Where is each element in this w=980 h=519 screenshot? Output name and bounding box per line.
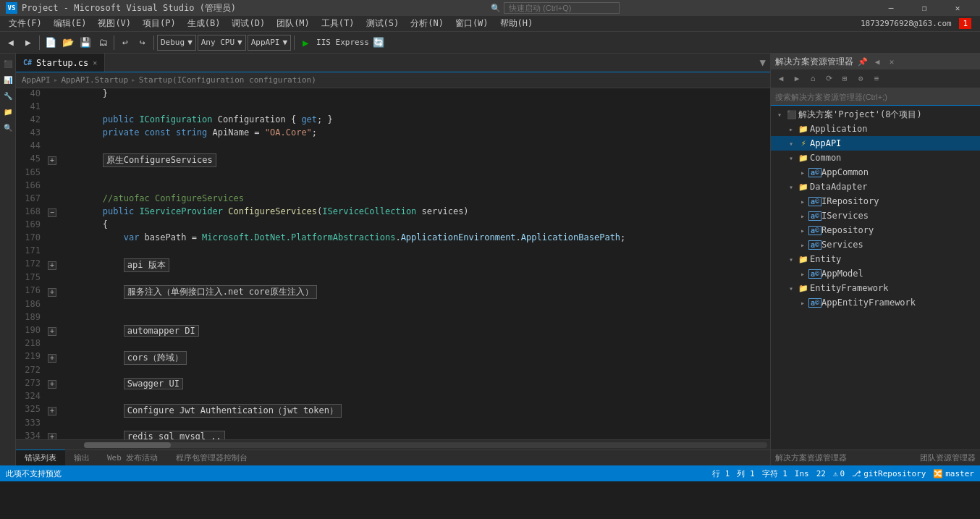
tree-item-entityframework[interactable]: ▾ 📁 EntityFramework: [771, 281, 980, 295]
menu-help[interactable]: 帮助(H): [494, 16, 539, 32]
menu-tools[interactable]: 工具(T): [316, 16, 360, 32]
tree-arrow-application[interactable]: ▸: [785, 125, 797, 133]
tree-arrow-appentityframework[interactable]: ▸: [797, 299, 808, 307]
side-icon-server[interactable]: ⬛: [1, 56, 15, 71]
new-project-button[interactable]: 📄: [43, 35, 59, 51]
expand-icon-168[interactable]: −: [48, 208, 56, 217]
horizontal-scrollbar[interactable]: [16, 439, 770, 450]
side-icon-3[interactable]: 🔧: [1, 88, 15, 103]
run-button[interactable]: ▶: [297, 35, 313, 51]
tree-item-services[interactable]: ▸ a© Services: [771, 237, 980, 252]
tree-item-repository[interactable]: ▸ a© Repository: [771, 223, 980, 237]
se-sync-btn[interactable]: ⟳: [821, 72, 836, 86]
tree-arrow-appcommon[interactable]: ▸: [797, 169, 808, 177]
menu-analyze[interactable]: 分析(N): [405, 16, 449, 32]
region-box-219[interactable]: cors（跨域）: [124, 351, 187, 365]
menu-debug[interactable]: 调试(D): [226, 16, 271, 32]
side-icon-4[interactable]: 📁: [1, 104, 15, 119]
tree-arrow-entity[interactable]: ▾: [785, 256, 797, 263]
tree-item-appmodel[interactable]: ▸ a© AppModel: [771, 266, 980, 281]
region-box-190[interactable]: automapper DI: [124, 325, 199, 337]
se-forward-btn[interactable]: ▶: [790, 72, 804, 86]
tree-item-appapi[interactable]: ▾ ⚡ AppAPI: [771, 136, 980, 151]
tree-item-appcommon[interactable]: ▸ a© AppCommon: [771, 165, 980, 180]
bottom-tab-output[interactable]: 输出: [65, 450, 98, 465]
tree-item-solution[interactable]: ▾ ⬛ 解决方案'Project'(8个项目): [771, 107, 980, 122]
expand-icon-176[interactable]: +: [48, 288, 56, 297]
code-editor[interactable]: 40 } 41 42 public IConfigura: [16, 88, 770, 439]
menu-file[interactable]: 文件(F): [3, 16, 48, 32]
se-tree[interactable]: ▾ ⬛ 解决方案'Project'(8个项目) ▸ 📁 Application …: [771, 106, 980, 450]
tree-item-irepository[interactable]: ▸ a© IRepository: [771, 194, 980, 208]
tree-item-dataadapter[interactable]: ▾ 📁 DataAdapter: [771, 180, 980, 194]
h-scroll-track[interactable]: [84, 442, 767, 448]
debug-mode-dropdown[interactable]: Debug ▼: [157, 35, 196, 51]
tree-arrow-dataadapter[interactable]: ▾: [785, 183, 797, 191]
tree-arrow-iservices[interactable]: ▸: [797, 212, 808, 220]
tree-arrow-appapi[interactable]: ▾: [785, 140, 797, 148]
expand-icon-219[interactable]: +: [48, 354, 56, 363]
save-button[interactable]: 💾: [77, 35, 93, 51]
se-close-button[interactable]: ✕: [885, 55, 898, 68]
expand-icon-334[interactable]: +: [48, 433, 56, 439]
expand-icon-190[interactable]: +: [48, 327, 56, 336]
git-branch-indicator[interactable]: 🔀 master: [933, 469, 974, 478]
menu-build[interactable]: 生成(B): [182, 16, 227, 32]
tree-item-appentityframework[interactable]: ▸ a© AppEntityFramework: [771, 295, 980, 310]
tree-arrow-repository[interactable]: ▸: [797, 227, 808, 235]
git-repo-indicator[interactable]: ⎇ gitRepository: [852, 469, 926, 478]
region-box-325[interactable]: Configure Jwt Authentication（jwt token）: [124, 404, 342, 418]
tab-dropdown-button[interactable]: ▼: [756, 54, 770, 72]
menu-edit[interactable]: 编辑(E): [48, 16, 93, 32]
redo-button[interactable]: ↪: [135, 35, 151, 51]
tab-close-icon[interactable]: ✕: [93, 59, 97, 67]
expand-icon-172[interactable]: +: [48, 261, 56, 270]
team-explorer-tab[interactable]: 团队资源管理器: [920, 452, 976, 463]
save-all-button[interactable]: 🗂: [95, 35, 111, 51]
menu-team[interactable]: 团队(M): [271, 16, 316, 32]
region-box-172[interactable]: api 版本: [124, 258, 169, 272]
bottom-tab-errors[interactable]: 错误列表: [16, 450, 65, 465]
tree-item-iservices[interactable]: ▸ a© IServices: [771, 208, 980, 223]
forward-button[interactable]: ▶: [20, 35, 36, 51]
se-home-btn[interactable]: ⌂: [806, 72, 820, 86]
undo-button[interactable]: ↩: [117, 35, 133, 51]
project-dropdown[interactable]: AppAPI ▼: [248, 35, 291, 51]
tree-arrow-appmodel[interactable]: ▸: [797, 270, 808, 278]
se-arrow-button[interactable]: ◀: [871, 55, 884, 68]
se-filter-btn[interactable]: ⊞: [837, 72, 852, 86]
tree-arrow-entityframework[interactable]: ▾: [785, 284, 797, 292]
region-box-45[interactable]: 原生ConfigureServices: [103, 153, 216, 167]
se-back-btn[interactable]: ◀: [774, 72, 788, 86]
expand-icon-325[interactable]: +: [48, 407, 56, 415]
side-icon-5[interactable]: 🔍: [1, 120, 15, 135]
side-icon-data[interactable]: 📊: [1, 72, 15, 87]
close-button[interactable]: ✕: [941, 0, 974, 16]
tree-arrow-services[interactable]: ▸: [797, 241, 808, 249]
region-box-334[interactable]: redis sql mysql ..: [124, 431, 225, 439]
menu-test[interactable]: 测试(S): [360, 16, 405, 32]
se-settings-btn[interactable]: ⚙: [853, 72, 868, 86]
bottom-tab-package[interactable]: 程序包管理器控制台: [167, 450, 256, 465]
tree-arrow-solution[interactable]: ▾: [774, 111, 785, 119]
tree-arrow-common[interactable]: ▾: [785, 154, 797, 162]
tree-item-application[interactable]: ▸ 📁 Application: [771, 122, 980, 136]
menu-window[interactable]: 窗口(W): [449, 16, 494, 32]
h-scroll-thumb[interactable]: [84, 442, 171, 448]
restore-button[interactable]: ❐: [908, 0, 941, 16]
back-button[interactable]: ◀: [3, 35, 19, 51]
se-search-input[interactable]: [771, 88, 980, 106]
region-box-176[interactable]: 服务注入（单例接口注入.net core原生注入）: [124, 285, 317, 299]
tree-arrow-irepository[interactable]: ▸: [797, 198, 808, 206]
menu-view[interactable]: 视图(V): [92, 16, 137, 32]
code-scroll-area[interactable]: 40 } 41 42 public IConfigura: [16, 88, 770, 439]
open-button[interactable]: 📂: [60, 35, 76, 51]
minimize-button[interactable]: ─: [874, 0, 908, 16]
tab-startup-cs[interactable]: C# Startup.cs ✕: [16, 54, 105, 72]
tree-item-entity[interactable]: ▾ 📁 Entity: [771, 252, 980, 266]
se-pin-button[interactable]: 📌: [856, 55, 869, 68]
expand-icon-45[interactable]: +: [48, 156, 56, 165]
se-more-btn[interactable]: ≡: [869, 72, 884, 86]
expand-icon-273[interactable]: +: [48, 380, 56, 389]
platform-dropdown[interactable]: Any CPU ▼: [198, 35, 246, 51]
